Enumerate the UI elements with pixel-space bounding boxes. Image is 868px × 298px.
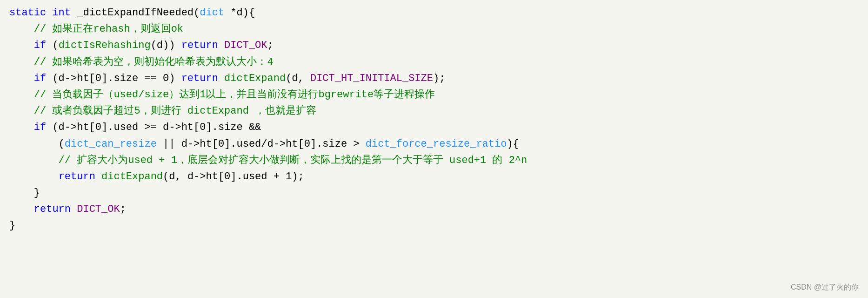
code-line-line7: // 或者负载因子超过5，则进行 dictExpand ，也就是扩容 [9, 103, 859, 119]
code-line-line13: return DICT_OK; [9, 201, 859, 217]
code-line-line5: if (d->ht[0].size == 0) return dictExpan… [9, 70, 859, 87]
code-line-line11: return dictExpand(d, d->ht[0].used + 1); [9, 169, 859, 185]
code-line-line12: } [9, 185, 859, 201]
code-line-line4: // 如果哈希表为空，则初始化哈希表为默认大小：4 [9, 54, 859, 70]
code-line-line3: if (dictIsRehashing(d)) return DICT_OK; [9, 37, 859, 54]
code-line-line10: // 扩容大小为used + 1，底层会对扩容大小做判断，实际上找的是第一个大于… [9, 152, 859, 169]
code-line-line9: (dict_can_resize || d->ht[0].used/d->ht[… [9, 136, 859, 152]
code-line-line1: static int _dictExpandIfNeeded(dict *d){ [9, 5, 859, 21]
watermark: CSDN @过了火的你 [791, 281, 859, 293]
code-line-line2: // 如果正在rehash，则返回ok [9, 21, 859, 37]
code-line-line8: if (d->ht[0].used >= d->ht[0].size && [9, 119, 859, 135]
code-line-line14: } [9, 217, 859, 234]
code-line-line6: // 当负载因子（used/size）达到1以上，并且当前没有进行bgrewri… [9, 87, 859, 103]
code-container: static int _dictExpandIfNeeded(dict *d){… [0, 0, 868, 298]
code-lines: static int _dictExpandIfNeeded(dict *d){… [9, 5, 859, 234]
